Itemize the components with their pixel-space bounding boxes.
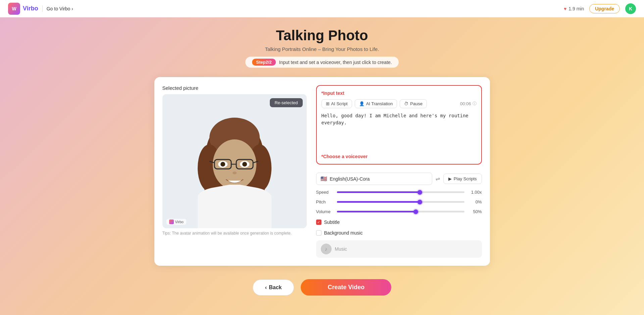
pitch-label: Pitch (316, 199, 333, 204)
pause-icon: ⏱ (404, 101, 408, 106)
bottom-bar: ‹ Back Create Video (253, 279, 391, 309)
logo-icon: W (8, 3, 20, 15)
volume-thumb[interactable] (413, 209, 418, 214)
play-scripts-label: Play Scripts (454, 176, 477, 181)
play-scripts-button[interactable]: ▶ Play Scripts (443, 174, 482, 184)
watermark-text: Virbo (175, 220, 184, 224)
avatar: K (625, 3, 636, 14)
music-row: ♪ Music (316, 240, 482, 258)
card-container: Selected picture (154, 77, 490, 266)
time-value: 00:06 (460, 101, 471, 106)
logo-text: Virbo (23, 5, 38, 12)
ai-script-button[interactable]: ⊞ AI Script (321, 99, 352, 108)
speed-fill (337, 191, 420, 193)
header: W Virbo Go to Virbo › ♥ 1.9 min Upgrade … (0, 0, 644, 17)
volume-slider-row: Volume 50% (316, 209, 482, 214)
photo-svg (162, 94, 307, 228)
volume-value: 50% (468, 209, 482, 214)
page-subtitle: Talking Portraits Online – Bring Your Ph… (265, 46, 379, 52)
ai-script-label: AI Script (331, 101, 348, 106)
ai-translation-button[interactable]: 👤 AI Translation (355, 99, 397, 108)
create-video-button[interactable]: Create Video (301, 279, 391, 296)
filter-icon[interactable]: ⇌ (436, 176, 440, 182)
step-instruction: Input text and set a voiceover, then jus… (279, 60, 392, 65)
photo-tips: Tips: The avatar animation will be avail… (162, 231, 307, 236)
reselected-button[interactable]: Re-selected (270, 98, 302, 107)
svg-point-21 (233, 172, 237, 174)
speed-track[interactable] (337, 191, 464, 193)
logo-area: W Virbo (8, 3, 38, 15)
right-panel: *Input text ⊞ AI Script 👤 AI Translation… (316, 85, 482, 258)
back-button[interactable]: ‹ Back (253, 279, 294, 296)
voiceover-section: 🇺🇸 English(USA)-Cora ⇌ ▶ Play Scripts Sp… (316, 169, 482, 258)
page-title: Talking Photo (276, 27, 368, 44)
selected-picture-label: Selected picture (162, 85, 307, 91)
pitch-track[interactable] (337, 201, 464, 203)
divider (42, 5, 43, 12)
photo-frame: Re-selected Virbo (162, 94, 307, 228)
svg-point-19 (220, 162, 225, 167)
input-text-label: *Input text (321, 90, 477, 96)
input-text-section: *Input text ⊞ AI Script 👤 AI Translation… (316, 85, 482, 165)
ai-translation-icon: 👤 (359, 101, 364, 106)
header-left: W Virbo Go to Virbo › (8, 3, 73, 15)
time-display: 00:06 ⓘ (460, 101, 477, 107)
toolbar-row: ⊞ AI Script 👤 AI Translation ⏱ Pause 00:… (321, 99, 477, 108)
timer-value: 1.9 min (568, 6, 584, 11)
timer-area: ♥ 1.9 min (564, 6, 584, 11)
subtitle-checkbox[interactable]: ✓ (316, 219, 321, 225)
speed-label: Speed (316, 190, 333, 195)
watermark-icon (169, 219, 174, 224)
left-panel: Selected picture (162, 85, 307, 258)
background-music-row: Background music (316, 230, 482, 236)
voiceover-label: *Choose a voiceover (321, 154, 477, 159)
voice-name: English(USA)-Cora (330, 176, 428, 182)
step-badge: Step2/2 (252, 59, 276, 66)
text-input[interactable] (321, 112, 477, 149)
pause-button[interactable]: ⏱ Pause (400, 99, 427, 108)
flag-icon: 🇺🇸 (320, 176, 327, 182)
play-icon: ▶ (448, 176, 452, 181)
music-label: Music (335, 246, 347, 252)
speed-value: 1.00x (468, 190, 482, 195)
subtitle-label: Subtitle (324, 219, 340, 225)
back-label: Back (269, 285, 282, 291)
header-right: ♥ 1.9 min Upgrade K (564, 3, 636, 14)
pitch-thumb[interactable] (417, 200, 422, 204)
virbo-watermark: Virbo (166, 219, 186, 225)
goto-virbo-link[interactable]: Go to Virbo › (47, 6, 73, 11)
background-music-label: Background music (324, 230, 363, 236)
speed-thumb[interactable] (417, 190, 422, 195)
svg-point-20 (242, 162, 247, 167)
volume-fill (337, 211, 416, 212)
volume-label: Volume (316, 209, 333, 214)
speed-slider-row: Speed 1.00x (316, 190, 482, 195)
voice-dropdown[interactable]: 🇺🇸 English(USA)-Cora (316, 173, 432, 185)
volume-track[interactable] (337, 211, 464, 212)
ai-translation-label: AI Translation (366, 101, 393, 106)
upgrade-button[interactable]: Upgrade (589, 4, 620, 13)
heart-icon: ♥ (564, 6, 566, 11)
voice-select-row: 🇺🇸 English(USA)-Cora ⇌ ▶ Play Scripts (316, 173, 482, 185)
ai-script-icon: ⊞ (326, 101, 330, 106)
subtitle-row: ✓ Subtitle (316, 219, 482, 225)
music-icon: ♪ (321, 244, 332, 254)
pause-label: Pause (410, 101, 423, 106)
background-music-checkbox[interactable] (316, 230, 321, 236)
step-bar: Step2/2 Input text and set a voiceover, … (245, 57, 398, 68)
time-info-icon: ⓘ (473, 101, 477, 107)
pitch-fill (337, 201, 420, 203)
back-arrow: ‹ (265, 285, 267, 291)
pitch-slider-row: Pitch 0% (316, 199, 482, 204)
main-content: Talking Photo Talking Portraits Online –… (0, 17, 644, 315)
pitch-value: 0% (468, 199, 482, 204)
